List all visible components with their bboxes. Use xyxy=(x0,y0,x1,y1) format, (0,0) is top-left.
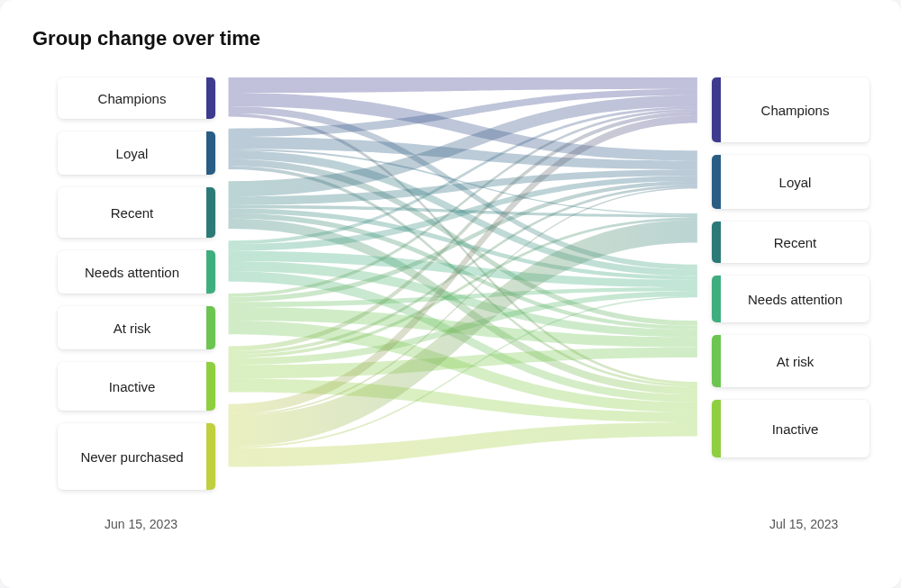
sankey-link xyxy=(229,296,697,448)
node-color-stripe xyxy=(206,306,215,349)
node-color-stripe xyxy=(712,77,721,142)
node-color-stripe xyxy=(712,400,721,457)
sankey-link xyxy=(229,219,697,394)
right-node-champions[interactable]: Champions xyxy=(712,77,869,142)
node-color-stripe xyxy=(206,250,215,294)
sankey-link xyxy=(229,217,697,357)
sankey-link xyxy=(229,113,697,384)
left-node-inactive[interactable]: Inactive xyxy=(58,362,215,411)
sankey-link xyxy=(229,187,697,416)
node-label: At risk xyxy=(721,335,869,387)
sankey-link xyxy=(229,169,697,204)
sankey-link xyxy=(229,95,697,197)
node-label: Needs attention xyxy=(721,276,869,322)
node-label: Inactive xyxy=(58,362,206,411)
chart-card: Group change over time ChampionsLoyalRec… xyxy=(0,0,901,588)
right-node-recent[interactable]: Recent xyxy=(712,222,869,263)
left-date-label: Jun 15, 2023 xyxy=(105,517,177,531)
sankey-link xyxy=(229,89,697,137)
node-color-stripe xyxy=(712,276,721,322)
sankey-chart: ChampionsLoyalRecentNeeds attentionAt ri… xyxy=(31,77,870,537)
node-label: Champions xyxy=(58,77,206,119)
left-node-needs_attention[interactable]: Needs attention xyxy=(58,250,215,294)
right-node-at_risk[interactable]: At risk xyxy=(712,335,869,387)
right-date-label: Jul 15, 2023 xyxy=(769,517,838,531)
sankey-link xyxy=(229,115,697,414)
sankey-link xyxy=(229,181,697,302)
node-label: Loyal xyxy=(58,131,206,175)
sankey-link xyxy=(229,205,697,218)
node-color-stripe xyxy=(712,335,721,387)
left-node-champions[interactable]: Champions xyxy=(58,77,215,119)
node-label: At risk xyxy=(58,306,206,349)
sankey-link xyxy=(229,307,697,348)
node-label: Recent xyxy=(58,187,206,238)
node-color-stripe xyxy=(206,187,215,238)
node-label: Never purchased xyxy=(58,423,206,490)
node-color-stripe xyxy=(712,155,721,209)
sankey-link xyxy=(229,137,697,169)
node-color-stripe xyxy=(712,222,721,263)
right-node-loyal[interactable]: Loyal xyxy=(712,155,869,209)
sankey-link xyxy=(229,208,697,279)
sankey-link xyxy=(229,77,697,93)
sankey-link xyxy=(229,106,697,244)
left-node-recent[interactable]: Recent xyxy=(58,187,215,238)
node-label: Recent xyxy=(721,222,869,263)
sankey-link xyxy=(229,159,697,326)
sankey-link xyxy=(229,112,697,351)
right-node-inactive[interactable]: Inactive xyxy=(712,400,869,457)
sankey-link xyxy=(229,176,697,250)
sankey-link xyxy=(229,261,697,337)
sankey-link xyxy=(229,93,697,160)
node-label: Needs attention xyxy=(58,250,206,294)
sankey-link xyxy=(229,166,697,387)
sankey-link xyxy=(229,220,697,447)
sankey-link xyxy=(229,106,697,269)
node-label: Inactive xyxy=(721,400,869,457)
node-color-stripe xyxy=(206,131,215,175)
chart-title: Group change over time xyxy=(32,27,870,50)
left-node-never_purchased[interactable]: Never purchased xyxy=(58,423,215,490)
sankey-link xyxy=(229,271,697,402)
sankey-link xyxy=(229,378,697,422)
node-label: Champions xyxy=(721,77,869,142)
sankey-link xyxy=(229,348,697,379)
sankey-link xyxy=(229,291,697,365)
right-node-needs_attention[interactable]: Needs attention xyxy=(712,276,869,322)
sankey-link xyxy=(229,287,697,307)
sankey-link xyxy=(229,150,697,276)
sankey-link xyxy=(229,422,697,466)
sankey-link xyxy=(229,109,697,297)
left-node-at_risk[interactable]: At risk xyxy=(58,306,215,349)
sankey-link xyxy=(229,251,697,287)
sankey-link xyxy=(229,149,697,214)
sankey-link xyxy=(229,321,697,412)
node-color-stripe xyxy=(206,423,215,490)
sankey-link xyxy=(229,185,697,355)
node-color-stripe xyxy=(206,362,215,411)
sankey-link xyxy=(229,213,697,330)
left-node-loyal[interactable]: Loyal xyxy=(58,131,215,175)
node-color-stripe xyxy=(206,77,215,119)
node-label: Loyal xyxy=(721,155,869,209)
